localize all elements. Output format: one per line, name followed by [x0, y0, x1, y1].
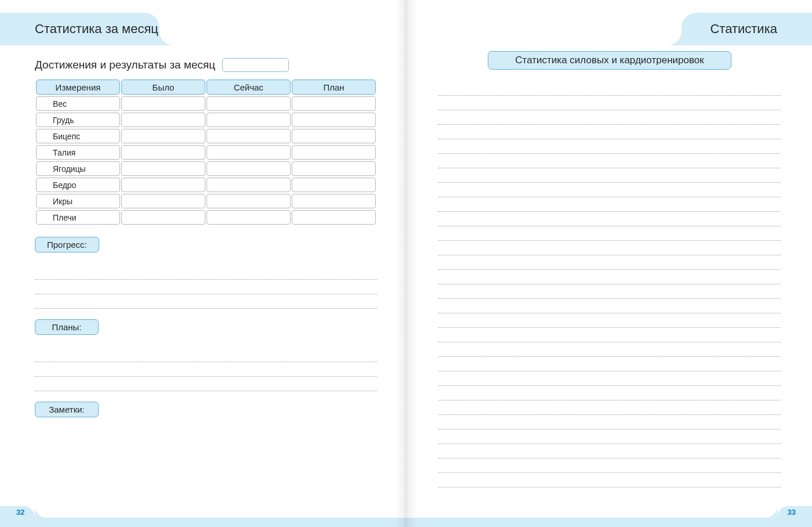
month-input-box[interactable]	[222, 58, 289, 72]
cell-was[interactable]	[121, 113, 205, 127]
row-label: Бедро	[36, 178, 120, 192]
writing-line[interactable]	[438, 429, 781, 444]
writing-line[interactable]	[438, 313, 781, 328]
cell-was[interactable]	[121, 145, 205, 160]
table-row: Талия	[36, 145, 376, 160]
writing-line[interactable]	[438, 139, 781, 154]
writing-line[interactable]	[438, 284, 781, 299]
cell-now[interactable]	[206, 145, 291, 160]
notes-pill: Заметки:	[35, 402, 99, 417]
cell-plan[interactable]	[292, 145, 376, 160]
cell-now[interactable]	[206, 194, 291, 208]
writing-line[interactable]	[438, 299, 781, 313]
cell-now[interactable]	[206, 96, 291, 111]
page-number-left: 32	[16, 508, 24, 517]
table-row: Вес	[36, 96, 376, 111]
left-content: Достижения и результаты за месяц Измерен…	[35, 58, 377, 417]
footer-bar	[406, 518, 812, 527]
plans-lines[interactable]	[35, 348, 377, 391]
writing-line[interactable]	[438, 226, 781, 241]
subtitle: Достижения и результаты за месяц	[35, 59, 215, 71]
writing-line[interactable]	[438, 110, 781, 125]
cell-plan[interactable]	[292, 194, 376, 208]
header-tab-left-title: Статистика за месяц	[35, 21, 158, 37]
measurements-tbody: Вес Грудь Бицепс Талия Ягодицы Бедро Икр…	[36, 96, 376, 225]
footer-bar	[0, 518, 406, 527]
writing-line[interactable]	[438, 270, 781, 284]
table-row: Ягодицы	[36, 161, 376, 176]
stats-lines[interactable]	[438, 81, 781, 488]
cell-plan[interactable]	[292, 178, 376, 192]
th-now: Сейчас	[206, 80, 291, 95]
writing-line[interactable]	[35, 362, 377, 377]
cell-now[interactable]	[206, 129, 291, 143]
cell-now[interactable]	[206, 161, 291, 176]
footer-notch-corner	[35, 506, 46, 518]
th-plan: План	[292, 80, 376, 95]
cell-plan[interactable]	[292, 129, 376, 143]
row-label: Вес	[36, 96, 120, 111]
book-spread: Статистика за месяц Достижения и результ…	[0, 0, 812, 527]
writing-line[interactable]	[438, 154, 781, 168]
writing-line[interactable]	[438, 81, 781, 96]
cell-was[interactable]	[121, 210, 205, 225]
writing-line[interactable]	[438, 255, 781, 270]
row-label: Грудь	[36, 113, 120, 127]
writing-line[interactable]	[438, 197, 781, 212]
writing-line[interactable]	[35, 265, 377, 280]
table-row: Плечи	[36, 210, 376, 225]
cell-was[interactable]	[121, 161, 205, 176]
measurements-table: Измерения Было Сейчас План Вес Грудь Биц…	[35, 78, 377, 226]
stats-pill: Статистика силовых и кардиотренировок	[488, 51, 731, 70]
writing-line[interactable]	[438, 415, 781, 429]
writing-line[interactable]	[438, 212, 781, 226]
writing-line[interactable]	[438, 96, 781, 110]
cell-was[interactable]	[121, 96, 205, 111]
cell-plan[interactable]	[292, 210, 376, 225]
table-row: Икры	[36, 194, 376, 208]
writing-line[interactable]	[35, 348, 377, 362]
cell-now[interactable]	[206, 178, 291, 192]
cell-plan[interactable]	[292, 113, 376, 127]
writing-line[interactable]	[438, 342, 781, 357]
writing-line[interactable]	[35, 280, 377, 294]
right-content: Статистика силовых и кардиотренировок	[438, 51, 781, 488]
th-measure: Измерения	[36, 80, 120, 95]
cell-now[interactable]	[206, 113, 291, 127]
writing-line[interactable]	[438, 386, 781, 400]
row-label: Бицепс	[36, 129, 120, 143]
row-label: Икры	[36, 194, 120, 208]
writing-line[interactable]	[438, 357, 781, 371]
th-was: Было	[121, 80, 205, 95]
writing-line[interactable]	[438, 183, 781, 197]
plans-pill: Планы:	[35, 319, 99, 335]
writing-line[interactable]	[35, 294, 377, 309]
cell-was[interactable]	[121, 129, 205, 143]
footer-right: 33	[406, 508, 812, 527]
cell-was[interactable]	[121, 178, 205, 192]
page-left: Статистика за месяц Достижения и результ…	[0, 0, 406, 527]
writing-line[interactable]	[438, 328, 781, 342]
writing-line[interactable]	[438, 241, 781, 255]
cell-was[interactable]	[121, 194, 205, 208]
footer-left: 32	[0, 508, 406, 527]
writing-line[interactable]	[438, 125, 781, 139]
table-row: Грудь	[36, 113, 376, 127]
cell-plan[interactable]	[292, 161, 376, 176]
header-tab-left: Статистика за месяц	[0, 13, 160, 45]
cell-plan[interactable]	[292, 96, 376, 111]
writing-line[interactable]	[35, 377, 377, 391]
table-row: Бедро	[36, 178, 376, 192]
writing-line[interactable]	[438, 444, 781, 459]
page-right: Статистика Статистика силовых и кардиотр…	[406, 0, 812, 527]
footer-notch-corner	[766, 506, 777, 518]
row-label: Плечи	[36, 210, 120, 225]
cell-now[interactable]	[206, 210, 291, 225]
writing-line[interactable]	[438, 400, 781, 415]
subtitle-row: Достижения и результаты за месяц	[35, 58, 377, 72]
writing-line[interactable]	[438, 473, 781, 488]
progress-lines[interactable]	[35, 265, 377, 309]
writing-line[interactable]	[438, 168, 781, 183]
writing-line[interactable]	[438, 371, 781, 386]
writing-line[interactable]	[438, 459, 781, 473]
